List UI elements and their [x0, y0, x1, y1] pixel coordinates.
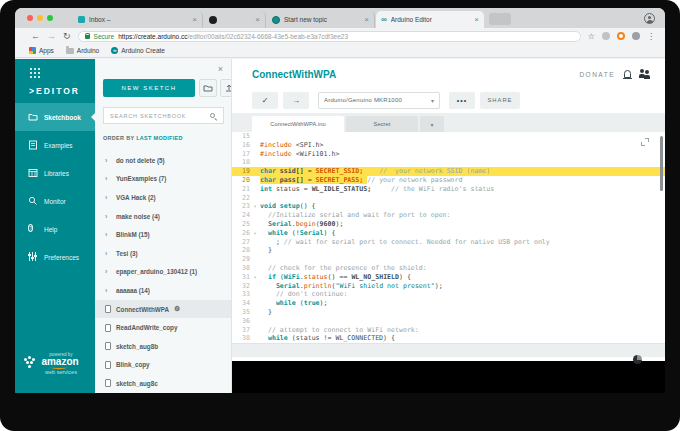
bookmark-apps[interactable]: Apps: [29, 47, 54, 54]
profile-avatar-icon[interactable]: [644, 13, 655, 24]
expand-fullscreen-icon[interactable]: [641, 138, 649, 146]
line-number: 37: [232, 326, 250, 335]
code-line[interactable]: 18: [232, 158, 665, 167]
order-by-value[interactable]: LAST MODIFIED: [136, 135, 183, 141]
code-line[interactable]: 20char pass[] = SECRET_PASS; // your net…: [232, 176, 665, 185]
close-panel-icon[interactable]: ×: [218, 65, 223, 74]
close-tab-icon[interactable]: ×: [364, 15, 369, 24]
code-line[interactable]: 35 }: [232, 308, 665, 317]
code-line[interactable]: 23▾void setup() {: [232, 202, 665, 211]
code-line[interactable]: 32 Serial.println("WiFi shield not prese…: [232, 282, 665, 291]
new-sketch-button[interactable]: NEW SKETCH: [103, 79, 195, 97]
apps-grid-icon[interactable]: [30, 68, 32, 70]
sidebar-item-help[interactable]: ? Help: [15, 215, 95, 243]
sketchbook-item[interactable]: Blink_copy: [95, 356, 232, 375]
new-tab-button[interactable]: [489, 13, 511, 25]
sketchbook-item[interactable]: ›VGA Hack (2): [95, 188, 232, 207]
code-line[interactable]: 27 ; // wait for serial port to connect.…: [232, 238, 665, 247]
extension-icon[interactable]: [617, 32, 625, 40]
code-line[interactable]: 17#include <WiFi101.h>: [232, 150, 665, 159]
sidebar-item-monitor[interactable]: Monitor: [15, 187, 95, 215]
board-selector[interactable]: Arduino/Genuino MKR1000 ▾: [318, 92, 440, 109]
donate-link[interactable]: DONATE: [579, 71, 615, 78]
more-options-button[interactable]: •••: [449, 92, 475, 109]
sketchbook-item[interactable]: ›aaaaaa (14): [95, 281, 232, 300]
notifications-bell-icon[interactable]: [624, 70, 631, 78]
sketchbook-item[interactable]: ›BlinkM (15): [95, 225, 232, 244]
fold-arrow-icon[interactable]: ▾: [250, 229, 260, 238]
sidebar-item-examples[interactable]: Examples: [15, 131, 95, 159]
code-line[interactable]: 16#include <SPI.h>: [232, 141, 665, 150]
code-line[interactable]: 36: [232, 317, 665, 326]
fold-spacer: [250, 317, 260, 326]
extension-icon[interactable]: [632, 32, 640, 40]
code-scrollbar[interactable]: [660, 136, 663, 191]
code-line[interactable]: 38 while (status != WL_CONNECTED) {: [232, 334, 665, 343]
sketchbook-item[interactable]: sketch_aug8b: [95, 337, 232, 356]
bookmark-star-icon[interactable]: ☆: [588, 32, 595, 41]
code-line[interactable]: 19char ssid[] = SECRET_SSID; // your net…: [232, 167, 665, 176]
upload-sketch-button[interactable]: [220, 79, 232, 97]
code-line[interactable]: 28 }: [232, 246, 665, 255]
sketchbook-item[interactable]: ›make noise (4): [95, 207, 232, 226]
sketchbook-item[interactable]: ReadAndWrite_copy: [95, 318, 232, 337]
code-line[interactable]: 24 //Initialize serial and wait for port…: [232, 211, 665, 220]
code-area[interactable]: 1516#include <SPI.h>17#include <WiFi101.…: [232, 132, 665, 343]
close-tab-icon[interactable]: ×: [474, 15, 479, 24]
code-line[interactable]: 33 // don't continue:: [232, 290, 665, 299]
close-tab-icon[interactable]: ×: [255, 15, 260, 24]
reload-icon[interactable]: ↻: [63, 31, 71, 41]
fold-arrow-icon[interactable]: ▾: [250, 273, 260, 282]
bookmark-arduino-create[interactable]: ∞Arduino Create: [111, 47, 165, 54]
minimize-window-button[interactable]: [37, 15, 43, 21]
sketchbook-item[interactable]: ›epaper_arduino_130412 (1): [95, 263, 232, 282]
sketchbook-item[interactable]: ›do not delete (5): [95, 151, 232, 170]
community-profile-icon[interactable]: [640, 69, 651, 79]
line-number: 15: [232, 132, 250, 141]
chrome-menu-icon[interactable]: ⋮: [647, 32, 655, 41]
verify-button[interactable]: ✓: [252, 92, 278, 109]
sketchbook-item[interactable]: ›Tesi (3): [95, 244, 232, 263]
code-line[interactable]: 30 // check for the presence of the shie…: [232, 264, 665, 273]
browser-tab-github[interactable]: ×: [204, 11, 266, 28]
file-tab-secret[interactable]: Secret: [346, 116, 418, 132]
fold-arrow-icon[interactable]: ▾: [250, 202, 260, 211]
zoom-window-button[interactable]: [47, 15, 53, 21]
sidebar-item-libraries[interactable]: Libraries: [15, 159, 95, 187]
upload-button[interactable]: →: [283, 92, 309, 109]
close-window-button[interactable]: [27, 15, 33, 21]
sidebar-item-preferences[interactable]: Preferences: [15, 243, 95, 271]
browser-tab-forum[interactable]: Start new topic ×: [267, 11, 375, 28]
code-line[interactable]: 21int status = WL_IDLE_STATUS; // the Wi…: [232, 185, 665, 194]
sketchbook-item[interactable]: ›YunExamples (7): [95, 170, 232, 189]
code-line[interactable]: 22: [232, 194, 665, 203]
code-line[interactable]: 31▾ if (WiFi.status() == WL_NO_SHIELD) {: [232, 273, 665, 282]
bookmark-arduino[interactable]: Arduino: [66, 47, 99, 54]
search-icon[interactable]: [210, 113, 215, 118]
gear-icon[interactable]: ⚙: [174, 305, 180, 313]
code-line[interactable]: 15: [232, 132, 665, 141]
extension-icon[interactable]: [602, 32, 610, 40]
browser-tab-arduino-editor[interactable]: ∞ Arduino Editor ×: [376, 11, 484, 28]
code-line[interactable]: 34 while (true);: [232, 299, 665, 308]
search-input[interactable]: [104, 113, 210, 119]
sketchbook-item[interactable]: ConnectWithWPA⚙: [95, 300, 232, 319]
order-by-row: ORDER BY LAST MODIFIED: [103, 135, 183, 141]
forward-icon[interactable]: →: [47, 31, 56, 41]
code-line[interactable]: 25 Serial.begin(9600);: [232, 220, 665, 229]
code-line[interactable]: 37 // attempt to connect to WiFi network…: [232, 326, 665, 335]
code-line[interactable]: 26▾ while (!Serial) {: [232, 229, 665, 238]
browser-tab-inbox[interactable]: Inbox – ×: [73, 11, 203, 28]
code-line[interactable]: 29: [232, 255, 665, 264]
url-omnibox[interactable]: Secure https://create.arduino.cc/editor/…: [78, 31, 581, 42]
line-number: 16: [232, 141, 250, 150]
close-tab-icon[interactable]: ×: [192, 15, 197, 24]
share-button[interactable]: SHARE: [480, 92, 520, 109]
back-icon[interactable]: ←: [31, 31, 40, 41]
file-tab-ino[interactable]: ConnectWithWPA.ino: [252, 116, 344, 132]
tab-dropdown-icon[interactable]: ▾: [420, 116, 444, 132]
console-strip[interactable]: [232, 343, 665, 357]
import-sketch-button[interactable]: [199, 79, 217, 97]
sidebar-item-sketchbook[interactable]: Sketchbook: [15, 103, 95, 131]
sketchbook-item[interactable]: sketch_aug8c: [95, 374, 232, 393]
